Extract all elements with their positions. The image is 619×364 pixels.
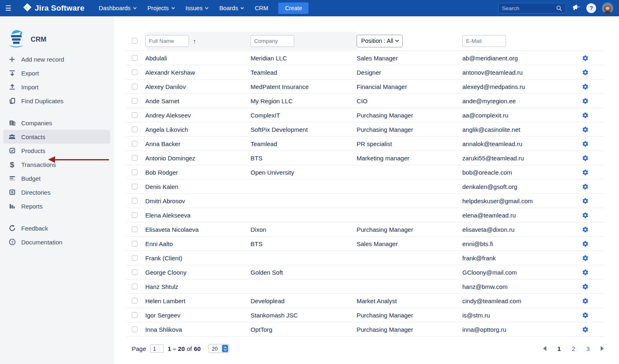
row-checkbox[interactable] bbox=[132, 141, 138, 146]
page-number-input[interactable] bbox=[150, 344, 164, 353]
table-row[interactable]: Ande Sarnet My Region LLC CIO ande@myreg… bbox=[126, 94, 604, 108]
sidebar-item-reports[interactable]: Reports bbox=[0, 199, 114, 213]
row-checkbox[interactable] bbox=[132, 298, 138, 304]
table-row[interactable]: Hanz Shtulz hanz@bmw.com bbox=[126, 280, 604, 294]
table-row[interactable]: Frank (Client) frank@frank bbox=[126, 251, 604, 265]
company-filter-input[interactable] bbox=[251, 35, 294, 47]
table-row[interactable]: George Cloony Golden Soft GCloony@mail.c… bbox=[126, 265, 604, 280]
row-checkbox[interactable] bbox=[132, 69, 138, 75]
row-checkbox[interactable] bbox=[132, 284, 138, 289]
sort-ascending-icon[interactable]: ↑ bbox=[193, 38, 196, 44]
table-row[interactable]: Elisaveta Nicolaeva Dixon Purchasing Man… bbox=[126, 222, 604, 237]
sidebar-item-import[interactable]: Import bbox=[0, 80, 114, 94]
table-row[interactable]: Andrey Alekseev ComplexIT Purchasing Man… bbox=[126, 108, 604, 122]
table-row[interactable]: Alexey Danilov MedPatent Insurance Finan… bbox=[126, 80, 604, 94]
table-row[interactable]: Denis Kalen denkalen@gsoft.org bbox=[126, 180, 604, 194]
sidebar-item-export[interactable]: Export bbox=[0, 66, 114, 80]
row-settings-gear-icon[interactable] bbox=[566, 297, 604, 304]
row-settings-gear-icon[interactable] bbox=[566, 283, 604, 290]
sidebar-item-feedback[interactable]: Feedback bbox=[0, 221, 114, 235]
row-settings-gear-icon[interactable] bbox=[566, 212, 604, 219]
row-settings-gear-icon[interactable] bbox=[566, 169, 604, 176]
row-settings-gear-icon[interactable] bbox=[566, 83, 604, 90]
row-settings-gear-icon[interactable] bbox=[566, 140, 604, 147]
table-row[interactable]: Alexandr Kershaw Teamlead Designer anton… bbox=[126, 65, 604, 80]
row-checkbox[interactable] bbox=[132, 112, 138, 118]
sidebar-item-add-new-record[interactable]: Add new record bbox=[0, 52, 114, 66]
row-settings-gear-icon[interactable] bbox=[566, 112, 604, 119]
page-2-link[interactable]: 2 bbox=[572, 345, 575, 352]
row-checkbox[interactable] bbox=[132, 312, 138, 318]
row-checkbox[interactable] bbox=[132, 98, 138, 104]
table-row[interactable]: Dmitri Abrosov helpdeskuser@gmail.com bbox=[126, 194, 604, 208]
help-icon[interactable]: ? bbox=[586, 3, 596, 13]
row-checkbox[interactable] bbox=[132, 255, 138, 261]
sidebar-item-contacts[interactable]: Contacts bbox=[3, 130, 110, 144]
row-checkbox[interactable] bbox=[132, 169, 138, 175]
table-row[interactable]: Elena Alekseeva elena@teamlead.ru bbox=[126, 208, 604, 222]
sidebar-item-products[interactable]: Products bbox=[0, 144, 114, 158]
table-row[interactable]: Angela Likovich SoftPix Development Purc… bbox=[126, 122, 604, 137]
row-checkbox[interactable] bbox=[132, 226, 138, 232]
table-row[interactable]: Anna Backer Teamlead PR specialist annal… bbox=[126, 137, 604, 151]
megaphone-icon[interactable] bbox=[572, 3, 581, 13]
row-settings-gear-icon[interactable] bbox=[566, 240, 604, 247]
row-settings-gear-icon[interactable] bbox=[566, 326, 604, 333]
position-filter-select[interactable]: Position : All bbox=[357, 35, 403, 47]
row-checkbox[interactable] bbox=[132, 84, 138, 89]
table-row[interactable]: Inna Shlikova OptTorg Purchasing Manager… bbox=[126, 322, 604, 337]
row-checkbox[interactable] bbox=[132, 241, 138, 246]
row-settings-gear-icon[interactable] bbox=[566, 269, 604, 276]
full-name-filter-input[interactable] bbox=[145, 35, 189, 47]
hamburger-menu-icon[interactable]: ☰ bbox=[0, 4, 16, 13]
row-checkbox[interactable] bbox=[132, 127, 138, 132]
search-input[interactable] bbox=[502, 5, 556, 11]
sidebar-item-directories[interactable]: Directories bbox=[0, 185, 114, 199]
nav-projects[interactable]: Projects bbox=[142, 0, 180, 16]
avatar[interactable] bbox=[602, 2, 613, 14]
row-checkbox[interactable] bbox=[132, 269, 138, 275]
page-3-link[interactable]: 3 bbox=[586, 345, 590, 352]
row-settings-gear-icon[interactable] bbox=[566, 69, 604, 76]
table-row[interactable]: Abdulali Meridian LLC Sales Manager ab@m… bbox=[126, 51, 604, 65]
row-settings-gear-icon[interactable] bbox=[566, 183, 604, 190]
table-row[interactable]: Bob Rodger Open University bob@oreacle.c… bbox=[126, 165, 604, 180]
table-row[interactable]: Helen Lambert Developlead Market Analyst… bbox=[126, 294, 604, 308]
row-settings-gear-icon[interactable] bbox=[566, 198, 604, 204]
row-checkbox[interactable] bbox=[132, 184, 138, 189]
previous-page-icon[interactable] bbox=[543, 346, 546, 351]
sidebar-item-find-duplicates[interactable]: Find Duplicates bbox=[0, 94, 114, 108]
nav-dashboards[interactable]: Dashboards bbox=[93, 0, 142, 16]
row-settings-gear-icon[interactable] bbox=[566, 98, 604, 104]
row-checkbox[interactable] bbox=[132, 212, 138, 218]
row-checkbox[interactable] bbox=[132, 326, 138, 332]
table-row[interactable]: Antonio Domingez BTS Marketing manager z… bbox=[126, 151, 604, 165]
nav-boards[interactable]: Boards bbox=[214, 0, 249, 16]
table-row[interactable]: Enni Aalto BTS Sales Manager enni@bts.fi bbox=[126, 237, 604, 251]
row-checkbox[interactable] bbox=[132, 198, 138, 204]
row-settings-gear-icon[interactable] bbox=[566, 226, 604, 233]
select-all-checkbox[interactable] bbox=[132, 38, 138, 44]
row-settings-gear-icon[interactable] bbox=[566, 155, 604, 162]
row-settings-gear-icon[interactable] bbox=[566, 55, 604, 62]
email-filter-input[interactable] bbox=[462, 35, 506, 47]
table-row[interactable]: Igor Sergeev Stankomash JSC Purchasing M… bbox=[126, 308, 604, 322]
global-search[interactable] bbox=[498, 3, 566, 13]
create-button[interactable]: Create bbox=[278, 2, 308, 14]
per-page-select[interactable]: 20 bbox=[208, 344, 229, 353]
row-checkbox[interactable] bbox=[132, 155, 138, 161]
row-settings-gear-icon[interactable] bbox=[566, 126, 604, 133]
nav-issues[interactable]: Issues bbox=[180, 0, 214, 16]
row-settings-gear-icon[interactable] bbox=[566, 255, 604, 262]
sidebar-item-documentation[interactable]: ? Documentation bbox=[0, 235, 114, 249]
page-1-link[interactable]: 1 bbox=[557, 345, 561, 352]
next-page-icon[interactable] bbox=[601, 346, 604, 351]
row-settings-gear-icon[interactable] bbox=[566, 312, 604, 319]
sidebar-item-budget[interactable]: Budget bbox=[0, 171, 114, 185]
sidebar-item-companies[interactable]: Companies bbox=[0, 116, 114, 130]
sidebar-item-transactions[interactable]: $ Transactions bbox=[0, 158, 114, 171]
row-checkbox[interactable] bbox=[132, 55, 138, 61]
cell-email: anglik@casinolite.net bbox=[462, 126, 566, 133]
nav-crm[interactable]: CRM bbox=[249, 0, 273, 16]
jira-brand[interactable]: Jira Software bbox=[23, 3, 84, 13]
